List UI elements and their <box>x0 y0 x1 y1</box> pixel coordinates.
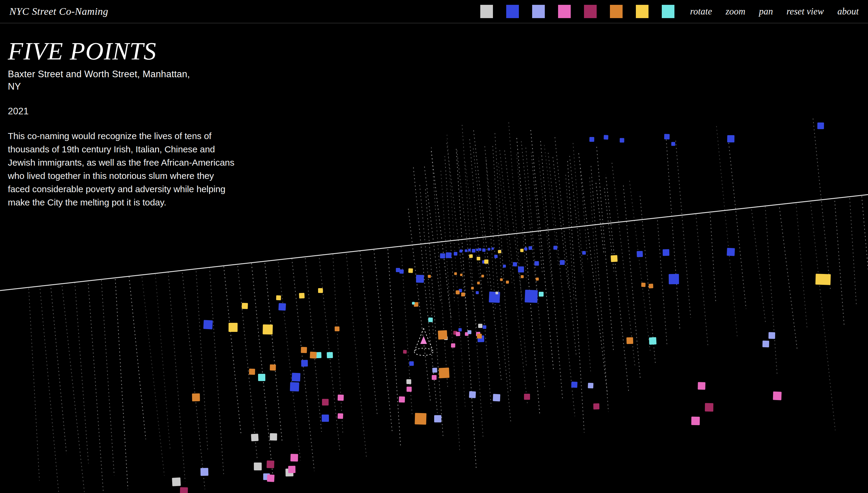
co-naming-cube[interactable] <box>669 274 679 284</box>
co-naming-cube[interactable] <box>593 403 599 409</box>
co-naming-cube[interactable] <box>270 433 277 441</box>
legend-swatch-1[interactable] <box>506 5 519 18</box>
nav-link-rotate[interactable]: rotate <box>690 6 712 17</box>
co-naming-cube[interactable] <box>476 249 478 251</box>
co-naming-cube[interactable] <box>406 379 411 384</box>
co-naming-cube[interactable] <box>477 334 482 339</box>
co-naming-cube[interactable] <box>641 283 645 287</box>
nav-link-about[interactable]: about <box>837 6 859 17</box>
nav-link-reset-view[interactable]: reset view <box>786 6 824 17</box>
co-naming-cube[interactable] <box>769 332 775 339</box>
co-naming-cube[interactable] <box>399 270 404 274</box>
co-naming-cube[interactable] <box>301 347 307 353</box>
co-naming-cube[interactable] <box>229 323 237 332</box>
co-naming-cube[interactable] <box>267 460 274 468</box>
co-naming-cube[interactable] <box>318 288 323 293</box>
co-naming-cube[interactable] <box>492 248 494 250</box>
co-naming-cube[interactable] <box>299 293 305 299</box>
co-naming-cube[interactable] <box>270 364 276 370</box>
co-naming-cube[interactable] <box>451 343 455 348</box>
co-naming-cube[interactable] <box>415 413 426 425</box>
co-naming-cube[interactable] <box>762 341 770 348</box>
co-naming-cube[interactable] <box>254 463 262 470</box>
co-naming-cube[interactable] <box>603 135 608 140</box>
co-naming-cube[interactable] <box>288 466 295 473</box>
co-naming-cube[interactable] <box>539 292 544 297</box>
legend-swatch-2[interactable] <box>532 5 545 18</box>
co-naming-cube[interactable] <box>249 369 255 375</box>
co-naming-cube[interactable] <box>460 274 462 276</box>
co-naming-cube[interactable] <box>478 248 481 251</box>
legend-swatch-4[interactable] <box>584 5 597 18</box>
co-naming-cube[interactable] <box>203 320 212 329</box>
co-naming-cube[interactable] <box>553 245 557 250</box>
co-naming-cube[interactable] <box>454 272 457 275</box>
co-naming-cube[interactable] <box>310 352 317 359</box>
co-naming-cube[interactable] <box>664 134 670 140</box>
co-naming-cube[interactable] <box>663 249 669 256</box>
co-naming-cube[interactable] <box>649 337 656 345</box>
co-naming-cube[interactable] <box>438 330 447 339</box>
co-naming-cube[interactable] <box>773 392 782 400</box>
co-naming-cube[interactable] <box>428 275 431 278</box>
co-naming-cube[interactable] <box>478 324 482 328</box>
co-naming-cube[interactable] <box>520 249 523 252</box>
co-naming-cube[interactable] <box>409 361 414 366</box>
co-naming-cube[interactable] <box>534 261 539 265</box>
co-naming-cube[interactable] <box>396 268 400 272</box>
co-naming-cube[interactable] <box>477 257 480 260</box>
co-naming-cube[interactable] <box>498 250 501 253</box>
nav-link-zoom[interactable]: zoom <box>726 6 745 17</box>
co-naming-cube[interactable] <box>458 328 462 331</box>
co-naming-cube[interactable] <box>454 252 457 256</box>
co-naming-cube[interactable] <box>301 360 308 367</box>
co-naming-cube[interactable] <box>528 246 532 250</box>
co-naming-cube[interactable] <box>408 268 413 273</box>
co-naming-cube[interactable] <box>503 264 506 267</box>
co-naming-cube[interactable] <box>518 266 524 273</box>
co-naming-cube[interactable] <box>432 375 437 380</box>
co-naming-cube[interactable] <box>626 337 634 344</box>
co-naming-cube[interactable] <box>172 477 181 486</box>
co-naming-cube[interactable] <box>611 255 617 262</box>
co-naming-cube[interactable] <box>469 391 476 398</box>
co-naming-cube[interactable] <box>242 303 248 309</box>
co-naming-cube[interactable] <box>456 332 460 337</box>
co-naming-cube[interactable] <box>500 278 503 281</box>
co-naming-cube[interactable] <box>471 287 474 290</box>
co-naming-cube[interactable] <box>464 249 467 252</box>
co-naming-cube[interactable] <box>487 248 490 251</box>
co-naming-cube[interactable] <box>481 275 484 277</box>
co-naming-cube[interactable] <box>290 454 298 462</box>
co-naming-cube[interactable] <box>412 302 415 304</box>
co-naming-cube[interactable] <box>322 414 329 422</box>
legend-swatch-7[interactable] <box>662 5 675 18</box>
co-naming-cube[interactable] <box>817 123 824 129</box>
co-naming-cube[interactable] <box>251 433 258 441</box>
co-naming-cube[interactable] <box>671 142 675 146</box>
co-naming-cube[interactable] <box>691 417 700 425</box>
co-naming-cube[interactable] <box>292 372 300 381</box>
co-naming-cube[interactable] <box>727 248 735 256</box>
co-naming-cube[interactable] <box>439 367 450 378</box>
co-naming-cube[interactable] <box>536 278 539 281</box>
co-naming-cube[interactable] <box>459 250 462 253</box>
co-naming-cube[interactable] <box>267 474 274 482</box>
co-naming-cube[interactable] <box>727 135 734 143</box>
co-naming-cube[interactable] <box>705 403 713 411</box>
co-naming-cube[interactable] <box>446 252 452 258</box>
co-naming-cube[interactable] <box>521 275 524 278</box>
co-naming-cube[interactable] <box>476 291 479 294</box>
co-naming-cube[interactable] <box>468 249 471 251</box>
co-naming-cube[interactable] <box>506 281 509 284</box>
co-naming-cube[interactable] <box>403 350 407 353</box>
co-naming-cube[interactable] <box>338 413 343 419</box>
co-naming-cube[interactable] <box>180 487 188 493</box>
co-naming-cube[interactable] <box>472 249 476 253</box>
co-naming-cube[interactable] <box>589 137 594 142</box>
co-naming-cube[interactable] <box>477 281 480 284</box>
co-naming-cube[interactable] <box>258 374 265 381</box>
co-naming-cube[interactable] <box>428 317 433 322</box>
co-naming-cube[interactable] <box>338 395 344 401</box>
co-naming-cube[interactable] <box>440 253 445 258</box>
